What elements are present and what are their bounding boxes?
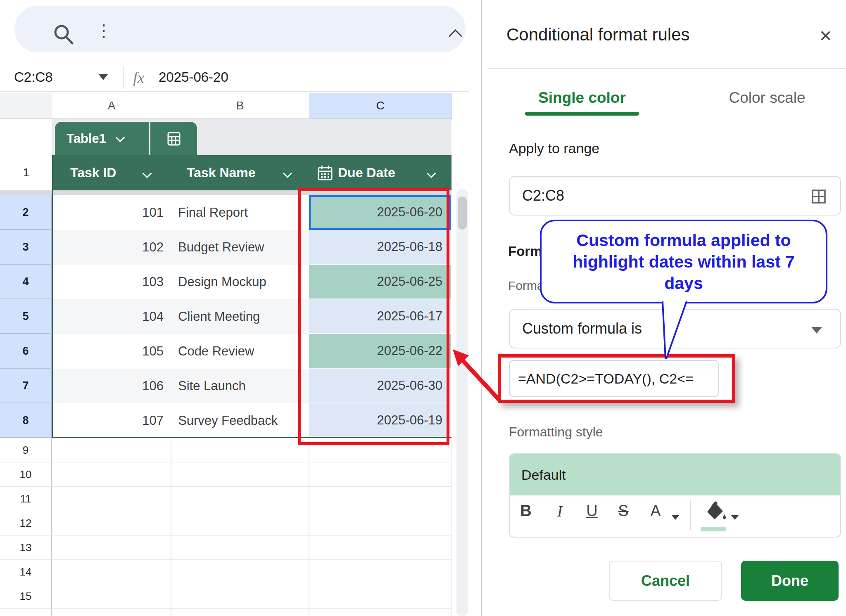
text-color-button[interactable]: A <box>644 502 667 519</box>
name-box[interactable]: C2:C8 <box>14 67 76 88</box>
fill-color-icon[interactable] <box>702 499 729 525</box>
fx-icon: fx <box>133 66 144 89</box>
text-color-caret-icon[interactable] <box>672 515 679 520</box>
cell-a7[interactable]: 106 <box>52 369 171 403</box>
formula-bar-border <box>0 91 469 92</box>
row-header-11[interactable]: 11 <box>0 487 52 511</box>
formula-bar-divider <box>123 66 124 89</box>
tab-single-color[interactable]: Single color <box>530 89 634 107</box>
callout-line-2: highlight dates within last 7 <box>573 251 795 272</box>
calendar-icon <box>316 164 334 182</box>
header-due-date[interactable]: Due Date <box>338 155 395 190</box>
annotation-red-box-range <box>298 188 449 445</box>
panel-title: Conditional format rules <box>506 25 690 45</box>
column-header-a[interactable]: A <box>52 93 171 119</box>
empty-row: 16 <box>0 609 452 616</box>
italic-button[interactable]: I <box>549 502 571 520</box>
cell-b5[interactable]: Client Meeting <box>171 299 309 334</box>
row-header-12[interactable]: 12 <box>0 511 52 535</box>
row-header-2[interactable]: 2 <box>0 195 52 230</box>
row-header-8[interactable]: 8 <box>0 403 52 438</box>
sheets-app: ⋮ C2:C8 fx 2025-06-20 A B C Table1 1 Tas… <box>0 0 846 616</box>
column-header-c[interactable]: C <box>309 93 452 119</box>
row-header-7[interactable]: 7 <box>0 369 52 403</box>
row-header-4[interactable]: 4 <box>0 265 52 299</box>
empty-row: 12 <box>0 511 452 535</box>
header-task-id[interactable]: Task ID <box>70 155 116 190</box>
dropdown-caret-icon <box>811 327 822 334</box>
gridline <box>451 438 452 616</box>
collapse-toolbar-icon[interactable] <box>449 29 462 43</box>
fill-color-caret-icon[interactable] <box>731 515 739 520</box>
tab-color-scale[interactable]: Color scale <box>720 89 815 107</box>
underline-button[interactable]: U <box>581 502 603 520</box>
row-header-16[interactable]: 16 <box>0 609 52 616</box>
row-header-13[interactable]: 13 <box>0 535 52 559</box>
vertical-scrollbar-track[interactable] <box>456 189 468 616</box>
header-task-name[interactable]: Task Name <box>187 155 256 190</box>
column-header-b[interactable]: B <box>171 93 309 119</box>
range-input[interactable]: C2:C8 <box>509 176 841 216</box>
cell-a6[interactable]: 105 <box>52 334 171 369</box>
fill-color-swatch <box>701 527 726 531</box>
search-icon[interactable] <box>51 21 77 46</box>
empty-row: 15 <box>0 584 452 609</box>
formatting-style-label: Formatting style <box>509 424 603 440</box>
cell-b3[interactable]: Budget Review <box>171 230 309 265</box>
apply-to-range-label: Apply to range <box>509 140 599 156</box>
toolbar-divider <box>690 500 691 530</box>
formatting-style-card: Default B I U S A <box>509 453 841 538</box>
formula-bar-value[interactable]: 2025-06-20 <box>159 67 228 88</box>
empty-row: 11 <box>0 487 452 511</box>
cell-b7[interactable]: Site Launch <box>171 369 309 403</box>
cell-a8[interactable]: 107 <box>52 403 171 438</box>
more-options-icon[interactable]: ⋮ <box>95 18 112 43</box>
range-value: C2:C8 <box>522 187 564 204</box>
bold-button[interactable]: B <box>515 502 537 520</box>
row-header-6[interactable]: 6 <box>0 334 52 369</box>
cell-b8[interactable]: Survey Feedback <box>171 403 309 438</box>
callout-line-3: days <box>664 272 703 294</box>
condition-dropdown[interactable]: Custom formula is <box>509 309 841 348</box>
callout-line-1: Custom formula applied to <box>576 230 791 251</box>
panel-header-divider <box>487 68 846 69</box>
cell-a5[interactable]: 104 <box>52 299 171 334</box>
cell-b6[interactable]: Code Review <box>171 334 309 369</box>
style-preview-label: Default <box>521 467 566 483</box>
gridline <box>309 438 309 616</box>
row-header-15[interactable]: 15 <box>0 584 52 608</box>
table-left-border <box>52 155 53 438</box>
vertical-scrollbar-thumb[interactable] <box>458 197 467 230</box>
cell-a3[interactable]: 102 <box>52 230 171 265</box>
custom-formula-value: =AND(C2>=TODAY(), C2<= <box>518 371 694 387</box>
row-header-10[interactable]: 10 <box>0 462 52 486</box>
select-all-corner[interactable] <box>0 93 54 119</box>
custom-formula-input[interactable]: =AND(C2>=TODAY(), C2<= <box>509 360 719 397</box>
callout-bubble: Custom formula applied to highlight date… <box>540 220 827 303</box>
strikethrough-button[interactable]: S <box>612 502 634 520</box>
panel-divider <box>481 0 482 616</box>
table-options-button[interactable] <box>150 122 197 155</box>
row-header-3[interactable]: 3 <box>0 230 52 265</box>
table-tab[interactable]: Table1 <box>55 122 149 155</box>
cell-a4[interactable]: 103 <box>52 265 171 299</box>
row-header-14[interactable]: 14 <box>0 560 52 584</box>
cell-b2[interactable]: Final Report <box>171 195 309 230</box>
cell-b4[interactable]: Design Mockup <box>171 265 309 299</box>
close-icon[interactable]: × <box>820 24 832 47</box>
row-header-9[interactable]: 9 <box>0 438 52 462</box>
row-header-5[interactable]: 5 <box>0 299 52 334</box>
empty-row: 14 <box>0 560 452 584</box>
header-task-name-chevron-icon[interactable] <box>283 169 292 178</box>
tab-single-color-underline <box>525 112 639 116</box>
header-task-id-chevron-icon[interactable] <box>143 169 152 178</box>
select-range-grid-icon[interactable] <box>810 188 827 205</box>
empty-row: 13 <box>0 535 452 560</box>
cancel-button[interactable]: Cancel <box>609 561 722 601</box>
name-box-caret-icon[interactable] <box>99 74 108 80</box>
header-due-date-chevron-icon[interactable] <box>427 169 436 178</box>
cell-a2[interactable]: 101 <box>52 195 171 230</box>
empty-row: 10 <box>0 462 452 487</box>
done-button[interactable]: Done <box>741 561 839 601</box>
row-header-1[interactable]: 1 <box>0 155 54 190</box>
